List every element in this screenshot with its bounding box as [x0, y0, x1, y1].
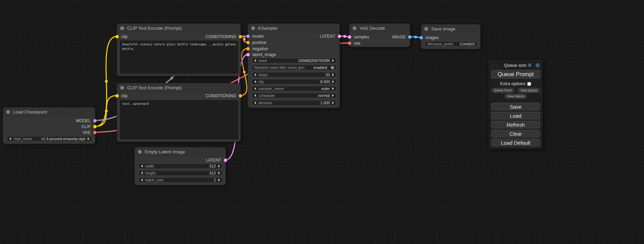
model-output-dot-icon[interactable]	[93, 119, 97, 123]
node-ksampler[interactable]: KSampler model positive negative latent_…	[248, 24, 340, 108]
output-slot-image[interactable]: IMAGE	[392, 35, 412, 39]
collapse-dot-icon[interactable]	[353, 26, 356, 30]
input-slot-model[interactable]: model	[246, 34, 264, 39]
samples-input-dot-icon[interactable]	[348, 35, 351, 39]
input-slot-samples[interactable]: samples	[348, 35, 369, 39]
queue-front-button[interactable]: Queue Front	[491, 88, 514, 93]
latent-output-dot-icon[interactable]	[338, 35, 341, 38]
conditioning-output-dot-icon[interactable]	[239, 94, 242, 98]
increment-arrow-icon[interactable]	[332, 80, 334, 83]
increment-arrow-icon[interactable]	[332, 59, 334, 62]
widget-sampler-name[interactable]: sampler_name euler	[252, 86, 337, 91]
node-empty-latent-image[interactable]: Empty Latent Image LATENT width 512 heig…	[134, 147, 226, 185]
negative-prompt-textarea[interactable]: text, watermark	[120, 100, 238, 139]
positive-prompt-textarea[interactable]: beautiful scenery nature glass bottle la…	[120, 40, 238, 74]
decrement-arrow-icon[interactable]	[141, 172, 143, 174]
output-slot-conditioning[interactable]: CONDITIONING	[205, 34, 242, 39]
node-clip-text-encode-positive[interactable]: CLIP Text Encode (Prompt) clip CONDITION…	[117, 24, 241, 76]
widget-cfg[interactable]: cfg 8.000	[252, 79, 337, 84]
node-vae-decode[interactable]: VAE Decode samples vae IMAGE	[349, 24, 410, 47]
node-clip-text-encode-negative[interactable]: CLIP Text Encode (Prompt) clip CONDITION…	[117, 83, 241, 142]
load-workflow-button[interactable]: Load	[491, 112, 540, 119]
decrement-arrow-icon[interactable]	[254, 73, 256, 76]
collapse-dot-icon[interactable]	[120, 26, 124, 30]
widget-height[interactable]: height 512	[138, 170, 223, 176]
decrement-arrow-icon[interactable]	[9, 137, 11, 140]
clip-input-dot-icon[interactable]	[115, 94, 119, 98]
widget-filename-prefix[interactable]: filename_prefix ComfyUI	[425, 41, 477, 47]
decrement-arrow-icon[interactable]	[141, 179, 143, 181]
positive-input-dot-icon[interactable]	[246, 41, 250, 44]
save-workflow-button[interactable]: Save	[491, 103, 540, 110]
decrement-arrow-icon[interactable]	[254, 101, 256, 104]
input-slot-positive[interactable]: positive	[246, 40, 266, 45]
output-slot-model[interactable]: MODEL	[76, 118, 97, 123]
widget-scheduler[interactable]: scheduler normal	[252, 93, 337, 98]
queue-prompt-button[interactable]: Queue Prompt	[491, 70, 540, 79]
negative-input-dot-icon[interactable]	[246, 47, 250, 51]
view-queue-button[interactable]: View Queue	[518, 88, 540, 93]
node-title-bar[interactable]: VAE Decode	[350, 24, 410, 33]
widget-width[interactable]: width 512	[138, 163, 223, 169]
collapse-dot-icon[interactable]	[251, 26, 255, 30]
vae-input-dot-icon[interactable]	[348, 42, 351, 45]
output-slot-latent[interactable]: LATENT	[206, 158, 227, 163]
widget-denoise[interactable]: denoise 1.000	[252, 100, 337, 106]
increment-arrow-icon[interactable]	[218, 179, 220, 181]
output-slot-latent[interactable]: LATENT	[320, 34, 341, 39]
increment-arrow-icon[interactable]	[218, 172, 220, 174]
increment-arrow-icon[interactable]	[218, 165, 220, 168]
seed-toggle-icon[interactable]	[331, 66, 334, 69]
widget-steps[interactable]: steps 20	[252, 72, 337, 78]
widget-ckpt-name[interactable]: ckpt_name v1-5-pruned-emaonly.ckpt	[7, 136, 92, 142]
collapse-dot-icon[interactable]	[6, 110, 10, 114]
load-default-button[interactable]: Load Default	[491, 139, 540, 146]
node-title-bar[interactable]: Load Checkpoint	[3, 108, 95, 117]
model-input-dot-icon[interactable]	[246, 35, 250, 38]
input-slot-negative[interactable]: negative	[246, 46, 268, 51]
increment-arrow-icon[interactable]	[88, 137, 89, 140]
clip-input-dot-icon[interactable]	[115, 35, 119, 38]
image-output-dot-icon[interactable]	[408, 35, 412, 39]
node-load-checkpoint[interactable]: Load Checkpoint MODEL CLIP VAE ckpt_name…	[3, 107, 95, 144]
node-title-bar[interactable]: Save Image	[421, 25, 480, 34]
conditioning-output-dot-icon[interactable]	[239, 35, 242, 38]
clip-output-dot-icon[interactable]	[93, 125, 97, 128]
clear-button[interactable]: Clear	[491, 130, 540, 137]
drag-handle-icon[interactable]: ⋮⋮	[491, 63, 500, 67]
output-slot-clip[interactable]: CLIP	[81, 124, 97, 129]
output-slot-conditioning[interactable]: CONDITIONING	[205, 93, 242, 98]
settings-gear-icon[interactable]: ⚙	[536, 63, 540, 68]
extra-options-checkbox[interactable]	[527, 82, 531, 86]
decrement-arrow-icon[interactable]	[254, 87, 256, 90]
node-save-image[interactable]: Save Image images filename_prefix ComfyU…	[421, 24, 480, 49]
latent-output-dot-icon[interactable]	[224, 159, 227, 162]
images-input-dot-icon[interactable]	[420, 36, 423, 39]
collapse-dot-icon[interactable]	[424, 27, 428, 31]
view-history-button[interactable]: View History	[504, 94, 527, 99]
input-slot-vae[interactable]: vae	[348, 41, 360, 46]
input-slot-clip[interactable]: clip	[115, 34, 127, 39]
refresh-button[interactable]: Refresh	[491, 121, 540, 128]
latent-input-dot-icon[interactable]	[246, 53, 250, 56]
widget-seed[interactable]: seed 156680208700286	[252, 58, 337, 63]
node-title-bar[interactable]: CLIP Text Encode (Prompt)	[117, 24, 240, 33]
node-title-bar[interactable]: KSampler	[248, 24, 339, 33]
node-title-bar[interactable]: Empty Latent Image	[135, 147, 226, 156]
decrement-arrow-icon[interactable]	[254, 94, 256, 97]
widget-batch-size[interactable]: batch_size 1	[138, 177, 223, 183]
input-slot-clip[interactable]: clip	[115, 93, 127, 98]
increment-arrow-icon[interactable]	[332, 101, 334, 104]
collapse-dot-icon[interactable]	[138, 150, 142, 154]
comfyui-canvas[interactable]: { "palette": { "canvas_bg": "#181818", "…	[0, 0, 644, 244]
increment-arrow-icon[interactable]	[332, 73, 334, 76]
vae-output-dot-icon[interactable]	[93, 131, 97, 134]
collapse-dot-icon[interactable]	[120, 86, 124, 90]
output-slot-vae[interactable]: VAE	[83, 130, 97, 135]
input-slot-latent-image[interactable]: latent_image	[246, 52, 276, 57]
input-slot-images[interactable]: images	[420, 35, 439, 40]
decrement-arrow-icon[interactable]	[254, 59, 256, 62]
widget-control-after-generate[interactable]: Random seed after every gen enabled	[252, 65, 337, 70]
decrement-arrow-icon[interactable]	[254, 80, 256, 83]
increment-arrow-icon[interactable]	[332, 87, 334, 90]
